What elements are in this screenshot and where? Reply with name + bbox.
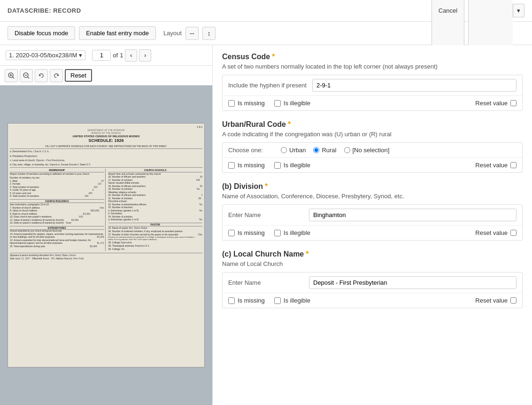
local-church-title: (c) Local Church Name* xyxy=(222,250,523,258)
image-nav: 1. 2020-03-05/box238/IM ▾ of 1 ‹ › xyxy=(0,45,212,66)
division-title: (b) Division* xyxy=(222,182,523,191)
rotate-right-button[interactable] xyxy=(50,69,63,82)
enable-fast-button[interactable]: Enable fast entry mode xyxy=(79,26,156,40)
urban-rural-missing-label: Is missing xyxy=(238,162,265,169)
division-reset-label: Reset value xyxy=(475,229,508,236)
svg-line-5 xyxy=(28,77,30,78)
census-code-reset-checkbox[interactable] xyxy=(510,100,517,106)
app-title: DATASCRIBE: RECORD xyxy=(8,7,81,14)
division-missing-label: Is missing xyxy=(238,229,265,236)
zoom-in-button[interactable] xyxy=(5,69,18,82)
page-of: of xyxy=(113,52,118,59)
urban-rural-illegible-checkbox[interactable] xyxy=(274,162,281,169)
local-church-missing-label: Is missing xyxy=(238,297,265,304)
urban-rural-radio-row: Choose one: Urban Rural [No selection xyxy=(223,143,522,158)
page-total: 1 xyxy=(120,52,123,59)
page-number-input[interactable] xyxy=(92,50,111,61)
rural-radio[interactable] xyxy=(313,147,319,153)
urban-rural-missing-group: Is missing xyxy=(228,162,265,169)
local-church-illegible-label: Is illegible xyxy=(284,297,310,304)
urban-rural-missing-checkbox[interactable] xyxy=(228,162,235,169)
census-code-reset-label: Reset value xyxy=(475,100,508,107)
local-church-desc: Name of Local Church xyxy=(222,260,523,267)
division-input[interactable] xyxy=(309,209,517,221)
record-selector[interactable]: 1. 2020-03-05/box238/IM ▾ xyxy=(6,50,85,60)
disable-focus-button[interactable]: Disable focus mode xyxy=(8,26,75,40)
page-nav: of 1 ‹ › xyxy=(92,49,151,62)
census-code-title: Census Code* xyxy=(222,53,523,61)
division-illegible-checkbox[interactable] xyxy=(274,230,281,236)
urban-rural-reset-group: Reset value xyxy=(475,162,517,169)
census-code-input-row: Include the hyphen if present xyxy=(223,75,522,96)
census-code-checks: Is missing Is illegible Reset value xyxy=(223,96,522,110)
urban-radio[interactable] xyxy=(281,147,287,153)
local-church-box: Enter Name Is missing Is illegible Reset… xyxy=(222,272,523,308)
image-tools: Reset xyxy=(0,66,212,86)
local-church-checks: Is missing Is illegible Reset value xyxy=(223,293,522,308)
division-reset-group: Reset value xyxy=(475,229,517,236)
rural-option[interactable]: Rural xyxy=(313,147,336,154)
zoom-out-button[interactable] xyxy=(20,69,33,82)
local-church-field-label: Enter Name xyxy=(228,279,303,286)
division-section: (b) Division* Name of Association, Confe… xyxy=(222,182,523,241)
local-church-input[interactable] xyxy=(309,276,517,289)
main-content: 1. 2020-03-05/box238/IM ▾ of 1 ‹ › xyxy=(0,45,532,405)
urban-option[interactable]: Urban xyxy=(281,147,306,154)
save-dropdown-button[interactable]: ▾ xyxy=(513,4,524,17)
urban-rural-reset-label: Reset value xyxy=(475,162,508,169)
census-document: 1-6-2 DEPARTMENT OF THE INTERIORBUREAU O… xyxy=(8,123,205,367)
urban-rural-illegible-label: Is illegible xyxy=(284,162,310,169)
division-missing-checkbox[interactable] xyxy=(228,230,235,236)
urban-rural-illegible-group: Is illegible xyxy=(274,162,310,169)
division-missing-group: Is missing xyxy=(228,229,265,236)
svg-line-1 xyxy=(13,77,15,78)
rotate-left-button[interactable] xyxy=(35,69,48,82)
local-church-illegible-group: Is illegible xyxy=(274,297,310,304)
census-code-reset-group: Reset value xyxy=(475,100,517,107)
census-code-illegible-label: Is illegible xyxy=(284,100,310,107)
layout-vertical-button[interactable]: ↕ xyxy=(202,27,216,40)
record-dropdown-icon: ▾ xyxy=(79,52,82,59)
division-reset-checkbox[interactable] xyxy=(510,230,517,236)
local-church-section: (c) Local Church Name* Name of Local Chu… xyxy=(222,250,523,308)
urban-rural-reset-checkbox[interactable] xyxy=(510,162,517,168)
left-panel: 1. 2020-03-05/box238/IM ▾ of 1 ‹ › xyxy=(0,45,213,405)
local-church-reset-group: Reset value xyxy=(475,297,517,304)
division-input-row: Enter Name xyxy=(223,205,522,226)
local-church-missing-group: Is missing xyxy=(228,297,265,304)
division-illegible-group: Is illegible xyxy=(274,229,310,236)
local-church-input-row: Enter Name xyxy=(223,273,522,293)
prev-page-button[interactable]: ‹ xyxy=(125,49,137,62)
no-selection-radio[interactable] xyxy=(344,147,350,153)
urban-rural-box: Choose one: Urban Rural [No selection xyxy=(222,142,523,173)
right-panel: Census Code* A set of two numbers normal… xyxy=(213,45,532,405)
census-code-missing-label: Is missing xyxy=(238,100,265,107)
local-church-reset-checkbox[interactable] xyxy=(510,297,517,304)
no-selection-option[interactable]: [No selection] xyxy=(344,147,390,154)
division-checks: Is missing Is illegible Reset value xyxy=(223,226,522,240)
urban-rural-radio-group: Urban Rural [No selection] xyxy=(281,147,389,154)
urban-rural-checks: Is missing Is illegible Reset value xyxy=(223,158,522,172)
census-code-box: Include the hyphen if present Is missing… xyxy=(222,75,523,111)
choose-one-label: Choose one: xyxy=(228,147,275,154)
division-field-label: Enter Name xyxy=(228,211,303,218)
layout-label: Layout xyxy=(163,30,182,37)
division-box: Enter Name Is missing Is illegible Reset… xyxy=(222,204,523,241)
division-illegible-label: Is illegible xyxy=(284,229,310,236)
division-desc: Name of Association, Conference, Diocese… xyxy=(222,193,523,200)
census-code-field-label: Include the hyphen if present xyxy=(228,82,307,89)
local-church-reset-label: Reset value xyxy=(475,297,508,304)
local-church-missing-checkbox[interactable] xyxy=(228,297,235,304)
next-page-button[interactable]: › xyxy=(139,49,151,62)
image-container: 1-6-2 DEPARTMENT OF THE INTERIORBUREAU O… xyxy=(0,86,212,405)
reset-image-button[interactable]: Reset xyxy=(65,69,92,82)
census-code-illegible-group: Is illegible xyxy=(274,100,310,107)
census-code-missing-checkbox[interactable] xyxy=(228,100,235,107)
census-code-missing-group: Is missing xyxy=(228,100,265,107)
header: DATASCRIBE: RECORD Cancel Save and... ▾ xyxy=(0,0,532,22)
census-code-illegible-checkbox[interactable] xyxy=(274,100,281,107)
census-code-input[interactable] xyxy=(312,79,517,92)
urban-rural-section: Urban/Rural Code* A code indicating if t… xyxy=(222,120,523,173)
layout-horizontal-button[interactable]: ↔ xyxy=(185,27,199,40)
local-church-illegible-checkbox[interactable] xyxy=(274,297,281,304)
